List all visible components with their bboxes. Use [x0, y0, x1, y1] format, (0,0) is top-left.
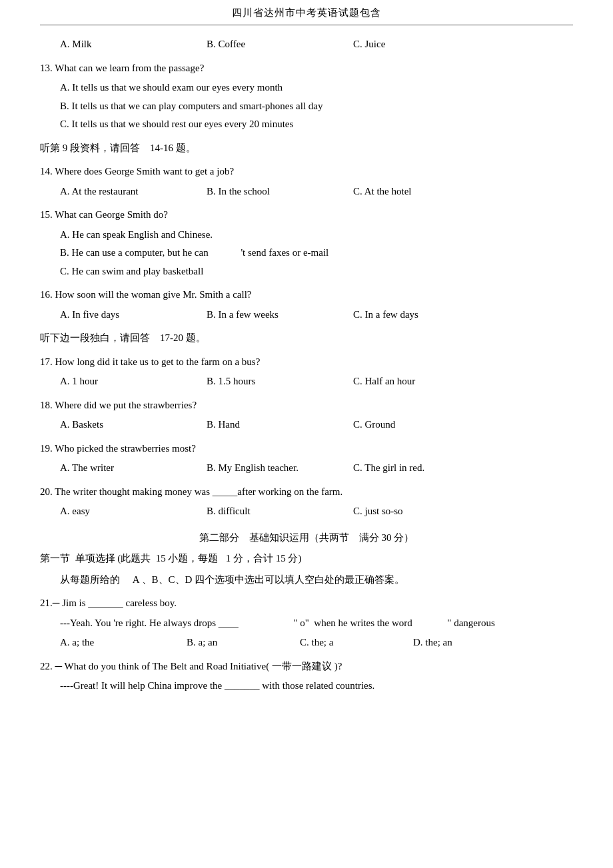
q22-answer: ----Great! It will help China improve th… — [60, 677, 573, 695]
q19-option-b: B. My English teacher. — [207, 460, 353, 477]
q13-option-b: B. It tells us that we can play computer… — [60, 98, 573, 115]
q20-option-a: A. easy — [60, 503, 207, 520]
q17-option-a: A. 1 hour — [60, 373, 207, 390]
section-17-20: 听下边一段独白，请回答 17-20 题。 — [40, 330, 573, 347]
q18-option-b: B. Hand — [207, 416, 353, 434]
section1-instruction: 从每题所给的 A 、B、C、D 四个选项中选出可以填人空白处的最正确答案。 — [60, 572, 573, 589]
q17-option-c: C. Half an hour — [353, 373, 500, 390]
q20-option-b: B. difficult — [207, 503, 353, 520]
q21-option-c: C. the; a — [300, 634, 413, 651]
content-area: A. Milk B. Coffee C. Juice 13. What can … — [40, 36, 573, 695]
q16-options: A. In five days B. In a few weeks C. In … — [60, 306, 573, 324]
q19-option-a: A. The writer — [60, 460, 207, 477]
q22: 22. ─ What do you think of The Belt and … — [40, 658, 573, 675]
q18: 18. Where did we put the strawberries? — [40, 397, 573, 414]
q15-option-c: C. He can swim and play basketball — [60, 263, 573, 280]
q16-option-b: B. In a few weeks — [207, 306, 353, 324]
q21-options: A. a; the B. a; an C. the; a D. the; an — [60, 634, 573, 651]
page-title: 四川省达州市中考英语试题包含 — [40, 7, 573, 19]
q13-option-c: C. It tells us that we should rest our e… — [60, 116, 573, 133]
part2-header: 第二部分 基础知识运用（共两节 满分 30 分） — [40, 530, 573, 547]
divider — [40, 25, 573, 25]
q16: 16. How soon will the woman give Mr. Smi… — [40, 286, 573, 304]
q20-options: A. easy B. difficult C. just so-so — [60, 503, 573, 520]
q21-option-a: A. a; the — [60, 634, 187, 651]
q15: 15. What can George Smith do? — [40, 207, 573, 224]
q19-options: A. The writer B. My English teacher. C. … — [60, 460, 573, 477]
section-14-16: 听第 9 段资料，请回答 14-16 题。 — [40, 140, 573, 157]
q15-option-b: B. He can use a computer, but he can 't … — [60, 244, 573, 262]
q20-option-c: C. just so-so — [353, 503, 500, 520]
q14-options: A. At the restaurant B. In the school C.… — [60, 183, 573, 201]
q20: 20. The writer thought making money was … — [40, 484, 573, 501]
q17: 17. How long did it take us to get to th… — [40, 354, 573, 371]
q17-options: A. 1 hour B. 1.5 hours C. Half an hour — [60, 373, 573, 390]
q14-option-a: A. At the restaurant — [60, 183, 207, 201]
q21-option-d: D. the; an — [413, 634, 526, 651]
q12-option-b: B. Coffee — [207, 36, 353, 53]
q21-yeah: ---Yeah. You 're right. He always drops … — [60, 615, 573, 632]
q14-option-c: C. At the hotel — [353, 183, 500, 201]
q14: 14. Where does George Smith want to get … — [40, 163, 573, 181]
q16-option-a: A. In five days — [60, 306, 207, 324]
q18-options: A. Baskets B. Hand C. Ground — [60, 416, 573, 434]
q16-option-c: C. In a few days — [353, 306, 500, 324]
q18-option-c: C. Ground — [353, 416, 500, 434]
q19: 19. Who picked the strawberries most? — [40, 440, 573, 458]
q21-option-b: B. a; an — [187, 634, 300, 651]
q13: 13. What can we learn from the passage? — [40, 60, 573, 77]
q12-option-c: C. Juice — [353, 36, 500, 53]
q21: 21.─ Jim is _______ careless boy. — [40, 595, 573, 612]
section1-label: 第一节 单项选择 (此题共 15 小题，每题 1 分，合计 15 分) — [40, 550, 573, 568]
q17-option-b: B. 1.5 hours — [207, 373, 353, 390]
q12-option-a: A. Milk — [60, 36, 207, 53]
q12-options: A. Milk B. Coffee C. Juice — [60, 36, 573, 53]
q15-option-a: A. He can speak English and Chinese. — [60, 226, 573, 244]
q19-option-c: C. The girl in red. — [353, 460, 500, 477]
q13-option-a: A. It tells us that we should exam our e… — [60, 79, 573, 97]
q14-option-b: B. In the school — [207, 183, 353, 201]
q18-option-a: A. Baskets — [60, 416, 207, 434]
